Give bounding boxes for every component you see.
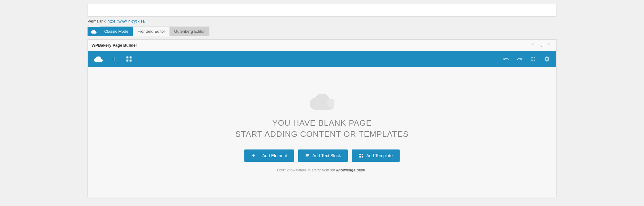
builder-panel: WPBakery Page Builder ⌃ ⌄ ⌃ [88,39,556,197]
tab-cloud[interactable] [88,27,100,36]
permalink-label: Permalänk: [88,19,106,23]
action-buttons: + Add Element Add Text Block Add Templat… [244,149,399,162]
panel-collapse-btn[interactable]: ⌃ [530,42,536,48]
panel-toggle-btn[interactable]: ⌃ [546,42,552,48]
panel-header-controls: ⌃ ⌄ ⌃ [530,42,552,48]
permalink-bar: Permalänk: https://www.lh-tryck.se/ [88,19,556,23]
toolbar-redo-btn[interactable] [515,55,524,63]
page-title-input[interactable]: LH-TRYCK [88,4,556,17]
editor-tabs: Classic Mode Frontend Editor Gutenberg E… [88,27,556,36]
toolbar-add-element-btn[interactable] [109,54,119,64]
add-text-block-button[interactable]: Add Text Block [298,149,348,162]
knowledge-base-link[interactable]: knowledge base [336,168,365,172]
toolbar-undo-btn[interactable] [502,55,510,63]
blank-page-message: YOU HAVE BLANK PAGE START ADDING CONTENT… [235,117,409,140]
toolbar-add-template-btn[interactable] [124,54,134,64]
add-element-button[interactable]: + Add Element [244,149,294,162]
tab-gutenberg-editor[interactable]: Gutenberg Editor [170,27,209,36]
add-template-button[interactable]: Add Template [352,149,399,162]
builder-panel-title: WPBakery Page Builder [92,43,137,48]
builder-toolbar [88,51,556,67]
toolbar-right [502,55,551,63]
blank-cloud-icon [310,91,334,110]
toolbar-settings-btn[interactable] [543,55,551,63]
toolbar-fullscreen-btn[interactable] [529,55,538,63]
panel-expand-btn[interactable]: ⌄ [538,42,544,48]
builder-panel-header: WPBakery Page Builder ⌃ ⌄ ⌃ [88,40,556,51]
tab-frontend-editor[interactable]: Frontend Editor [133,27,170,36]
toolbar-left [93,54,134,64]
help-text: Don't know where to start? Visit our kno… [277,168,367,172]
builder-canvas: YOU HAVE BLANK PAGE START ADDING CONTENT… [88,67,556,197]
tab-classic-mode[interactable]: Classic Mode [100,27,133,36]
toolbar-cloud-icon-btn[interactable] [93,54,104,64]
permalink-link[interactable]: https://www.lh-tryck.se/ [108,19,146,23]
